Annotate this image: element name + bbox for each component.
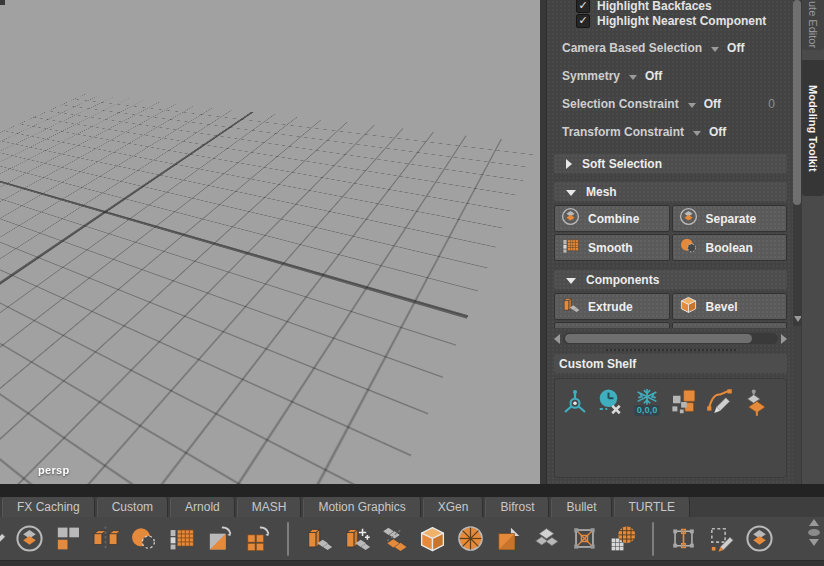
tab-attribute-editor[interactable]: ute Editor [802,0,824,50]
shelf-group-separator [287,522,289,556]
dropdown-value: Off [645,69,662,83]
expanded-triangle-icon [566,278,576,284]
match-squares-icon[interactable] [667,385,699,419]
button-label: Smooth [588,241,633,255]
bridge-icon[interactable] [378,521,411,557]
custom-shelf-title: Custom Shelf [559,357,636,371]
chevron-down-icon[interactable] [711,47,719,52]
extrude-button[interactable]: Extrude [554,293,670,320]
bevelcube-icon [679,295,698,318]
checkbox-group: ✓Highlight Backfaces✓Highlight Nearest C… [554,0,787,28]
dropdown-label: Camera Based Selection [562,41,702,55]
clipped-shelf-icon[interactable] [0,521,8,557]
shelf-tab-bullet[interactable]: Bullet [551,497,611,517]
smooth-button[interactable]: Smooth [554,234,670,261]
checkbox-label: Highlight Nearest Component [597,14,766,28]
shelf-tab-arnold[interactable]: Arnold [170,497,235,517]
bevel-icon[interactable] [416,521,449,557]
custom-shelf-box: 0,0,0 [554,378,787,478]
dropdown-row[interactable]: Transform ConstraintOff [562,124,787,140]
smoothgrid-icon [561,236,580,259]
button-label: Extrude [588,300,633,314]
shelf-tab-turtle[interactable]: TURTLE [614,497,690,517]
quadrangulate-icon[interactable] [241,521,274,557]
tab-modeling-toolkit[interactable]: Modeling Toolkit [802,60,824,196]
duplicate-face-icon[interactable] [530,521,563,557]
panel-splitter[interactable] [540,0,547,484]
chevron-down-icon[interactable] [693,131,701,136]
checkbox-row: ✓Highlight Backfaces [576,0,787,13]
hscroll-thumb[interactable] [565,334,752,343]
shelf-group-separator [652,522,654,556]
separate-squares-icon[interactable] [51,521,84,557]
smooth-icon[interactable] [165,521,198,557]
dropdown-row[interactable]: Camera Based SelectionOff [562,40,787,56]
button-label: Boolean [706,241,753,255]
toolkit-vertical-scrollbar[interactable] [793,0,801,326]
timeline-top-edge [0,560,824,566]
button-label: Separate [706,212,757,226]
center-pivot-icon[interactable] [559,385,591,419]
shelf-tab-xgen[interactable]: XGen [423,497,484,517]
scroll-left-arrow-icon[interactable] [554,334,560,344]
section-title: Mesh [586,185,617,199]
shelf-tab-fx-caching[interactable]: FX Caching [2,497,95,517]
dropdown-row[interactable]: SymmetryOff [562,68,787,84]
modeling-toolkit-panel: ✓Highlight Backfaces✓Highlight Nearest C… [547,0,793,484]
booleans-icon[interactable] [127,521,160,557]
checkbox[interactable]: ✓ [576,0,590,13]
boolean-icon [679,236,698,259]
snap-plane-icon[interactable] [739,385,771,419]
dropdown-row[interactable]: Selection ConstraintOff0 [562,96,787,112]
combine-alt-icon[interactable] [743,521,776,557]
scroll-right-arrow-icon[interactable] [781,334,787,344]
separate-button[interactable]: Separate [672,205,788,232]
section-components[interactable]: Components [554,270,787,289]
edit-lattice-icon[interactable] [667,521,700,557]
shelf-scroller[interactable] [808,519,820,546]
combine-icon [679,207,698,230]
shelf-tab-custom[interactable]: Custom [97,497,168,517]
lattice-icon[interactable] [568,521,601,557]
mirror-icon[interactable] [89,521,122,557]
extrude-options-icon[interactable] [340,521,373,557]
wedge-icon[interactable] [454,521,487,557]
bevel-button[interactable]: Bevel [672,293,788,320]
svg-text:0,0,0: 0,0,0 [637,405,658,415]
shelf-tab-motion-graphics[interactable]: Motion Graphics [303,497,420,517]
paint-select-icon[interactable] [705,521,738,557]
perspective-viewport[interactable]: persp [0,0,540,484]
extrude-icon[interactable] [302,521,335,557]
smooth-mesh-preview-icon[interactable] [606,521,639,557]
triangulate-icon[interactable] [203,521,236,557]
collapsed-triangle-icon [566,159,572,169]
boolean-button[interactable]: Boolean [672,234,788,261]
combine-icon[interactable] [13,521,46,557]
camera-name-label: persp [38,464,69,476]
chevron-down-icon[interactable] [688,103,696,108]
panel-drag-handle[interactable] [606,349,736,351]
shelf-scroll-down-icon[interactable] [809,539,819,546]
right-tab-strip: ute Editor Modeling Toolkit [801,0,824,484]
expanded-triangle-icon [566,190,576,196]
curve-pen-tool-icon[interactable] [703,385,735,419]
shelf-tab-mash[interactable]: MASH [237,497,302,517]
checkbox[interactable]: ✓ [576,14,590,28]
vscroll-thumb[interactable] [793,0,801,205]
section-soft-selection[interactable]: Soft Selection [554,154,787,173]
checkbox-row: ✓Highlight Nearest Component [576,13,787,28]
section-title: Soft Selection [582,157,662,171]
delete-history-icon[interactable] [595,385,627,419]
shelf-tab-bifrost[interactable]: Bifrost [485,497,549,517]
shelf-scroll-up-icon[interactable] [809,519,819,526]
poke-icon[interactable] [492,521,525,557]
dropdown-group: Camera Based SelectionOffSymmetryOffSele… [554,40,787,140]
toolkit-horizontal-scrollbar[interactable] [554,332,787,345]
combine-button[interactable]: Combine [554,205,670,232]
dropdown-extra-value: 0 [768,97,775,111]
section-mesh[interactable]: Mesh [554,182,787,201]
move-to-origin-icon[interactable]: 0,0,0 [631,385,663,419]
section-title: Components [586,273,659,287]
shelf-scroll-dot-icon[interactable] [808,529,820,536]
chevron-down-icon[interactable] [629,75,637,80]
